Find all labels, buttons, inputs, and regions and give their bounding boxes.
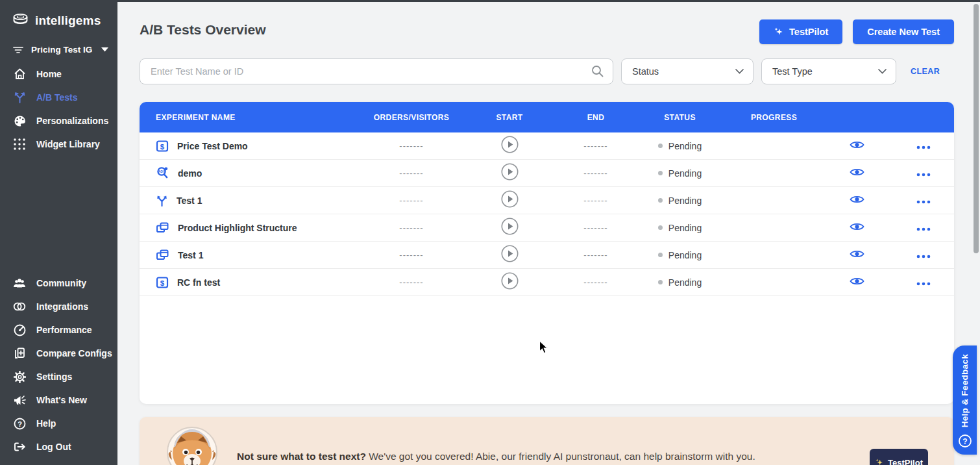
sidebar-item-widget-library[interactable]: Widget Library [0,132,117,156]
end-date-value: ------- [559,195,633,205]
column-header-status[interactable]: STATUS [633,113,727,122]
search-input[interactable] [140,58,613,84]
column-header-end[interactable]: END [559,113,633,122]
search-icon[interactable] [591,64,604,81]
workspace-switcher[interactable]: Pricing Test IG [0,38,117,62]
start-cell [460,245,559,265]
chevron-down-icon [878,69,887,74]
start-test-play-button[interactable] [501,163,519,181]
start-test-play-button[interactable] [501,190,519,208]
row-menu-dots-icon[interactable] [916,145,931,149]
experiment-name: RC fn test [177,277,220,288]
status-label: Pending [668,195,702,206]
table-row: $ Price Test Demo ------- ------- Pendin… [140,132,954,160]
column-header-experiment-name[interactable]: EXPERIMENT NAME [140,113,363,122]
column-header-orders-visitors[interactable]: ORDERS/VISITORS [363,113,460,122]
sparkle-icon [875,458,884,465]
view-cell [821,249,892,262]
start-cell [460,272,559,292]
status-filter-select[interactable]: Status [621,58,753,84]
community-icon [13,277,26,289]
row-menu-dots-icon[interactable] [916,227,931,231]
sidebar-item-settings[interactable]: Settings [0,365,117,388]
sidebar-item-label: Log Out [36,442,71,452]
filter-row: Status Test Type CLEAR [140,58,954,84]
end-date-value: ------- [559,141,633,151]
help-feedback-tab[interactable]: Help & Feedback ? [953,346,977,455]
view-results-eye-icon[interactable] [850,140,864,150]
app-screen: intelligems Pricing Test IG HomeA/B Test… [0,0,980,465]
create-new-test-button[interactable]: Create New Test [853,19,954,44]
menu-cell [892,168,954,179]
clear-filters-link[interactable]: CLEAR [911,67,940,76]
intelligems-logo-icon [12,12,29,29]
column-header-progress[interactable]: PROGRESS [727,113,821,122]
view-results-eye-icon[interactable] [850,249,864,259]
status-dot-icon [658,253,663,257]
sidebar-item-home[interactable]: Home [0,62,117,86]
start-test-play-button[interactable] [501,245,519,262]
sidebar-item-personalizations[interactable]: Personalizations [0,109,117,132]
start-cell [460,163,559,183]
sidebar-item-what-s-new[interactable]: What's New [0,388,117,412]
status-dot-icon [658,198,663,203]
sidebar-item-label: Community [36,278,86,288]
experiment-name-cell[interactable]: AOV demo [140,166,363,180]
status-label: Pending [668,277,702,288]
status-dot-icon [658,144,663,148]
home-icon [13,68,26,80]
orders-visitors-value: ------- [363,168,460,178]
testpilot-button[interactable]: TestPilot [759,19,842,44]
start-test-play-button[interactable] [501,218,519,235]
banner-testpilot-button[interactable]: TestPilot [870,449,928,465]
table-row: Test 1 ------- ------- Pending [140,242,954,269]
row-menu-dots-icon[interactable] [916,255,931,258]
start-test-play-button[interactable] [501,272,519,290]
row-menu-dots-icon[interactable] [916,282,931,286]
sidebar-item-label: Compare Configs [36,348,112,358]
sidebar-item-help[interactable]: ?Help [0,412,117,435]
banner-bold-text: Not sure what to test next? [237,451,366,462]
experiment-name-cell[interactable]: $ Price Test Demo [140,140,363,153]
view-cell [821,140,892,153]
view-results-eye-icon[interactable] [850,221,864,232]
sidebar-item-community[interactable]: Community [0,271,117,295]
table-header-row: EXPERIMENT NAMEORDERS/VISITORSSTARTENDST… [140,102,954,132]
experiment-name-cell[interactable]: Test 1 [140,249,363,261]
status-cell: Pending [633,277,727,288]
create-new-test-label: Create New Test [867,27,940,37]
experiment-name-cell[interactable]: Test 1 [140,195,363,207]
column-header-start[interactable]: START [460,113,559,122]
end-date-value: ------- [559,250,633,260]
sidebar-item-log-out[interactable]: Log Out [0,435,117,459]
banner-body-text: We've got you covered! Abie, our friendl… [366,451,755,462]
row-menu-dots-icon[interactable] [916,173,931,177]
table-row: $ RC fn test ------- ------- Pending [140,269,954,296]
sidebar: intelligems Pricing Test IG HomeA/B Test… [0,0,117,465]
orders-visitors-value: ------- [363,277,460,287]
status-label: Pending [668,141,702,151]
end-date-value: ------- [559,223,633,232]
view-results-eye-icon[interactable] [850,167,864,177]
test-type-filter-select[interactable]: Test Type [761,58,896,84]
start-cell [460,136,559,156]
view-results-eye-icon[interactable] [850,276,864,286]
view-results-eye-icon[interactable] [850,194,864,205]
sidebar-item-performance[interactable]: Performance [0,318,117,342]
test-type-filter-label: Test Type [772,66,813,77]
vertical-scrollbar[interactable] [974,4,979,253]
sidebar-item-integrations[interactable]: Integrations [0,295,117,318]
main-area: A/B Tests Overview TestPilot Create New … [117,0,980,465]
sidebar-item-a-b-tests[interactable]: A/B Tests [0,86,117,109]
header-actions: TestPilot Create New Test [759,19,954,44]
table-row: Test 1 ------- ------- Pending [140,187,954,214]
experiment-name: Test 1 [177,195,202,206]
start-test-play-button[interactable] [501,136,519,153]
row-menu-dots-icon[interactable] [916,200,931,204]
sidebar-item-compare-configs[interactable]: Compare Configs [0,342,117,365]
settings-icon [13,371,26,383]
experiment-name-cell[interactable]: $ RC fn test [140,276,363,289]
orders-visitors-value: ------- [363,141,460,151]
page-header: A/B Tests Overview TestPilot Create New … [117,0,980,44]
experiment-name-cell[interactable]: Product Highlight Structure [140,221,363,234]
